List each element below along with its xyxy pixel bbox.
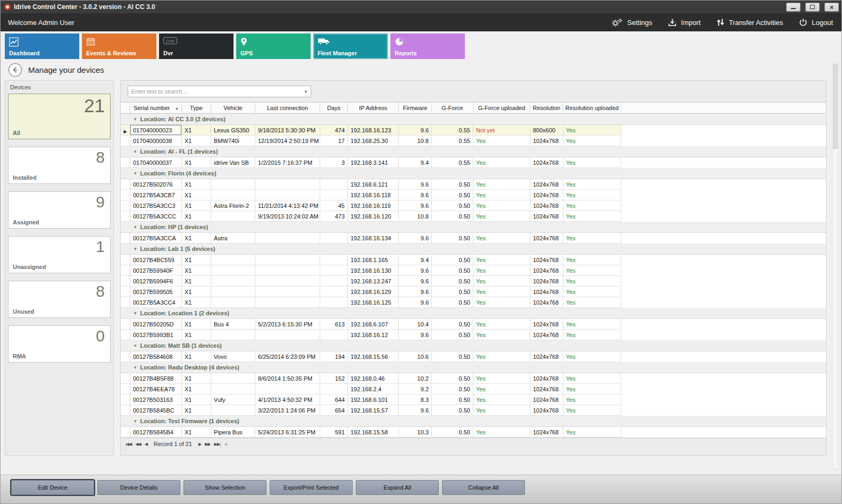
- device-row[interactable]: 00127B50205DX1Bus 45/2/2013 6:15:30 PM61…: [121, 319, 826, 330]
- device-filter-assigned[interactable]: 9Assigned: [8, 191, 111, 229]
- device-filter-installed[interactable]: 8Installed: [8, 147, 111, 184]
- column-header-g-force-uploaded[interactable]: G-Force uploaded: [473, 103, 530, 113]
- back-button[interactable]: [8, 63, 22, 77]
- device-filter-all[interactable]: 21All: [8, 94, 111, 139]
- tab-label: GPS: [240, 50, 253, 56]
- device-filter-unused[interactable]: 8Unused: [8, 281, 111, 318]
- column-header-ip-address[interactable]: IP Address: [348, 103, 399, 113]
- header-filler: [621, 103, 826, 113]
- record-count-text: Record 1 of 21: [154, 441, 192, 447]
- row-indicator-header: [121, 103, 130, 113]
- show-selection-button[interactable]: Show Selection: [184, 480, 266, 495]
- group-row[interactable]: ▾Location: Radu Desktop (4 devices): [121, 362, 826, 373]
- window-title: Idrive Control Center - 3.0.2 version - …: [14, 3, 781, 11]
- first-record-button[interactable]: |◀◀: [126, 442, 131, 447]
- export-print-selected-button[interactable]: Export/Print Selected: [270, 480, 353, 495]
- tab-dashboard[interactable]: Dashboard: [5, 33, 79, 59]
- settings-button[interactable]: Settings: [611, 18, 652, 27]
- tab-gps[interactable]: GPS: [236, 33, 311, 59]
- collapse-all-button[interactable]: Collapse All: [442, 480, 525, 495]
- import-button[interactable]: Import: [668, 18, 701, 27]
- tab-fleet-manager[interactable]: Fleet Manager: [313, 33, 388, 59]
- column-header-vehicle[interactable]: Vehicle: [211, 103, 255, 113]
- device-row[interactable]: 00127B5A3CB7X1192.168.16.1189.60.50Yes10…: [121, 190, 826, 200]
- cell: [255, 255, 320, 265]
- row-filler: [621, 200, 826, 211]
- cell: 613: [320, 319, 348, 330]
- cell: 192.168.6.107: [348, 319, 399, 330]
- maximize-button[interactable]: [805, 3, 820, 12]
- vertical-scrollbar[interactable]: [832, 62, 839, 469]
- column-header-serial-number[interactable]: Serial number▲: [130, 103, 182, 113]
- device-row[interactable]: 017040000037X1idrive Van SB1/2/2015 7:16…: [121, 157, 826, 168]
- column-header-resolution[interactable]: Resolution: [530, 103, 563, 113]
- cell: 474: [320, 125, 348, 136]
- cell: X1: [182, 136, 211, 146]
- device-row[interactable]: 00127B5994F6X1192.168.13.2479.60.50Yes10…: [121, 276, 826, 287]
- device-row[interactable]: 00127B5993B1X1192.168.16.129.60.50Yes102…: [121, 330, 826, 340]
- device-filter-rma[interactable]: 0RMA: [8, 325, 111, 363]
- device-row[interactable]: 00127B5845B4X1Pipera Bus5/24/2013 6:31:2…: [121, 427, 826, 438]
- toolbar-actions: SettingsImportTransfer ActivitiesLogout: [611, 18, 833, 27]
- device-row[interactable]: 00127B5845BCX13/22/2013 1:24:06 PM654192…: [121, 405, 826, 416]
- device-row[interactable]: 00127B584608X1Vovo6/25/2014 6:23:09 PM19…: [121, 351, 826, 362]
- group-row[interactable]: ▾Location: Matt SB (1 devices): [121, 340, 826, 351]
- group-row[interactable]: ▾Location: Al - FL (1 devices): [121, 146, 826, 157]
- cell: X1: [182, 427, 211, 438]
- edit-device-button[interactable]: Edit Device: [11, 480, 94, 495]
- top-toolbar: Welcome Admin User SettingsImportTransfe…: [1, 13, 841, 31]
- tab-reports[interactable]: Reports: [390, 33, 465, 59]
- device-row[interactable]: 017040000038X1BMW740i12/19/2014 2:50:19 …: [121, 136, 826, 146]
- column-header-firmware[interactable]: Firmware: [399, 103, 432, 113]
- column-header-days[interactable]: Days: [320, 103, 348, 113]
- next-page-button[interactable]: ▶▶: [205, 442, 210, 447]
- group-row[interactable]: ▾Location: Location 1 (2 devices): [121, 308, 826, 319]
- group-row[interactable]: ▾Location: HP (1 devices): [121, 222, 826, 233]
- device-filter-unassigned[interactable]: 1Unassigned: [8, 236, 111, 273]
- dropdown-arrow-icon[interactable]: [301, 86, 311, 97]
- prev-record-button[interactable]: ◀: [145, 442, 147, 447]
- device-row[interactable]: 017040000023X1Lexus GS3509/18/2013 5:30:…: [121, 125, 826, 136]
- device-details-button[interactable]: Device Details: [97, 480, 180, 495]
- column-header-last-connection[interactable]: Last connection: [255, 103, 320, 113]
- device-row[interactable]: 00127B502076X1192.168.6.1219.60.50Yes102…: [121, 179, 826, 190]
- search-input[interactable]: [128, 88, 301, 95]
- prev-page-button[interactable]: ◀◀: [135, 442, 140, 447]
- device-row[interactable]: 00127B5A3CC4X1192.168.16.1259.60.50Yes10…: [121, 297, 826, 308]
- tab-dvr[interactable]: DVRDvr: [159, 33, 234, 59]
- group-row[interactable]: ▾Location: Lab 1 (5 devices): [121, 243, 826, 255]
- row-indicator: [121, 319, 130, 330]
- group-row[interactable]: ▾Location: Florin (4 devices): [121, 168, 826, 179]
- scrollbar-thumb[interactable]: [833, 64, 838, 149]
- group-row[interactable]: ▾Location: Al CC 3.0 (2 devices): [121, 114, 826, 125]
- collapse-icon: ▾: [134, 171, 137, 176]
- cell: 192.168.16.130: [348, 265, 399, 276]
- close-button[interactable]: [824, 3, 839, 12]
- expand-all-button[interactable]: Expand All: [356, 480, 439, 495]
- device-row[interactable]: 00127B59940FX1192.168.16.1309.60.50Yes10…: [121, 265, 826, 276]
- device-row[interactable]: 00127B599505X1192.168.16.1299.60.50Yes10…: [121, 287, 826, 297]
- cell: [320, 330, 348, 340]
- row-filler: [621, 394, 826, 405]
- column-header-g-force[interactable]: G-Force: [432, 103, 473, 113]
- last-record-button[interactable]: ▶▶|: [214, 442, 220, 447]
- device-row[interactable]: 00127B4EEA78X1192.168.2.49.20.50Yes1024x…: [121, 384, 826, 394]
- next-record-button[interactable]: ▶: [198, 442, 201, 447]
- column-header-resolution-uploaded[interactable]: Resolution uploaded: [563, 103, 621, 113]
- transfer-activities-button[interactable]: Transfer Activities: [716, 18, 783, 27]
- logout-button[interactable]: Logout: [799, 18, 833, 27]
- device-row[interactable]: 00127B4B5F88X18/6/2014 1:50:35 PM152192.…: [121, 373, 826, 384]
- group-row[interactable]: ▾Location: Test Firmware (1 devices): [121, 416, 826, 427]
- column-header-type[interactable]: Type: [182, 103, 211, 113]
- cell: [320, 287, 348, 297]
- cell: Yes: [473, 233, 530, 243]
- device-row[interactable]: 00127B5A3CCCX19/19/2013 10:24:02 AM47319…: [121, 211, 826, 222]
- device-row[interactable]: 00127B5A3CCAX1Astra192.168.16.1349.60.50…: [121, 233, 826, 243]
- svg-text:DVR: DVR: [166, 39, 174, 43]
- device-row[interactable]: 00127B503163X1Vufy4/1/2013 4:50:32 PM644…: [121, 394, 826, 405]
- device-row[interactable]: 00127B4BC559X1192.168.1.1659.40.50Yes102…: [121, 255, 826, 265]
- tab-events-reviews[interactable]: Events & Reviews: [82, 33, 156, 59]
- device-row[interactable]: 00127B5A3CC3X1Astra Florin-211/21/2014 4…: [121, 200, 826, 211]
- cell: 0.50: [432, 384, 473, 394]
- minimize-button[interactable]: [786, 3, 801, 12]
